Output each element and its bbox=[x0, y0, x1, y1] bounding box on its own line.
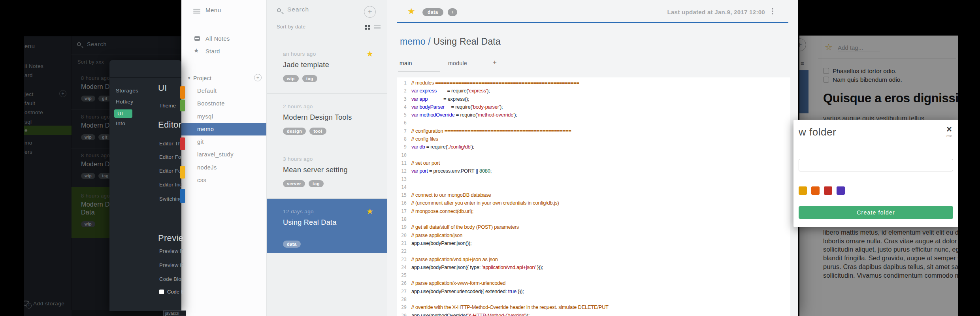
left-search-input[interactable]: Search bbox=[87, 41, 107, 47]
left-folder-selected[interactable]: e bbox=[24, 126, 72, 135]
checklist-item[interactable]: Phasellus id tortor odio. bbox=[823, 68, 902, 76]
code-block-checkbox-label: Code B bbox=[167, 289, 184, 295]
sort-by-label[interactable]: Sort by date bbox=[277, 24, 305, 30]
settings-nav-storages[interactable]: Storages bbox=[116, 88, 138, 94]
left-folder[interactable]: fault bbox=[24, 100, 36, 106]
left-folder[interactable]: mo bbox=[24, 140, 32, 146]
left-menu-label[interactable]: enu bbox=[24, 43, 35, 49]
settings-nav-ui[interactable]: UI bbox=[114, 109, 132, 118]
note-star-icon[interactable]: ★ bbox=[366, 207, 373, 216]
create-folder-button[interactable]: Create folder bbox=[799, 206, 953, 219]
folder-color-swatch[interactable] bbox=[824, 186, 832, 195]
color-swatch[interactable] bbox=[180, 86, 185, 99]
note-star-icon[interactable]: ★ bbox=[407, 6, 415, 17]
language-select[interactable]: javascri bbox=[163, 310, 186, 316]
search-input[interactable] bbox=[287, 6, 347, 13]
checkbox-icon[interactable] bbox=[823, 68, 829, 74]
tab-main[interactable]: main bbox=[400, 60, 412, 66]
close-icon[interactable]: × bbox=[943, 124, 955, 134]
settings-nav-hotkey[interactable]: Hotkey bbox=[116, 99, 133, 105]
settings-nav-info[interactable]: Info bbox=[116, 120, 125, 126]
grid-view-icon[interactable] bbox=[365, 25, 370, 30]
settings-item[interactable]: Editor Fo bbox=[159, 154, 181, 160]
main-sidebar: Menu All Notes ★ Stard ▼ Project + Defau… bbox=[181, 0, 267, 316]
line-number: 9 bbox=[397, 143, 407, 151]
left-folder[interactable]: ostnote bbox=[24, 109, 43, 115]
sidebar-item-starred[interactable]: Stard bbox=[205, 48, 220, 55]
note-tag-badge[interactable]: data bbox=[422, 8, 443, 16]
code-token: port bbox=[419, 168, 428, 174]
code-token: ); bbox=[514, 112, 517, 118]
sidebar-item-all-notes[interactable]: All Notes bbox=[205, 36, 230, 42]
tab-module[interactable]: module bbox=[448, 60, 467, 66]
code-line: 2var express = require('express'); bbox=[397, 87, 790, 95]
color-swatch[interactable] bbox=[180, 137, 185, 150]
sidebar-folder-css[interactable]: css bbox=[181, 174, 266, 186]
settings-item[interactable]: Editor Th bbox=[159, 141, 181, 147]
left-starred[interactable]: ard bbox=[24, 72, 33, 78]
folder-color-swatch[interactable] bbox=[811, 186, 820, 195]
project-header[interactable]: Project bbox=[193, 75, 211, 81]
color-swatch[interactable] bbox=[180, 189, 185, 203]
settings-item[interactable]: Preview F bbox=[159, 262, 183, 268]
code-token: 'body-parser' bbox=[472, 104, 500, 110]
note-card[interactable]: 12 days ago★Using Real Datadata bbox=[267, 199, 387, 253]
screen: enu ll Notes ard ject + faultostnotesqle… bbox=[0, 0, 980, 316]
settings-item[interactable]: Editor Fo bbox=[159, 168, 181, 174]
code-line: 11// set our port bbox=[397, 159, 790, 167]
right-add-tag-input[interactable] bbox=[838, 44, 880, 51]
hamburger-menu-icon[interactable] bbox=[193, 9, 200, 13]
add-tag-button[interactable]: + bbox=[448, 8, 457, 16]
dialog-close-button[interactable]: × esc bbox=[943, 124, 955, 138]
code-block-checkbox[interactable] bbox=[159, 290, 164, 294]
new-tab-button[interactable]: + bbox=[493, 58, 497, 66]
folder-name-input[interactable] bbox=[799, 159, 953, 171]
color-swatch[interactable] bbox=[180, 166, 185, 179]
sidebar-folder-nodeJs[interactable]: nodeJs bbox=[181, 161, 266, 174]
code-token: // set our port bbox=[411, 160, 440, 166]
note-card[interactable]: an hours ago★Jade templatewiptag bbox=[267, 41, 387, 94]
checkbox-icon[interactable] bbox=[823, 77, 829, 83]
right-new-note-icon[interactable]: + bbox=[799, 38, 806, 51]
left-folder[interactable]: sql bbox=[24, 119, 32, 125]
right-heading: Quisque a eros dignissim bbox=[823, 91, 958, 105]
right-star-icon[interactable]: ☆ bbox=[825, 42, 833, 53]
new-note-button[interactable]: + bbox=[364, 6, 376, 18]
chevron-down-icon[interactable]: ▼ bbox=[187, 76, 191, 80]
code-editor[interactable]: 1// modules ============================… bbox=[397, 77, 790, 316]
right-list-view-icon[interactable]: ≡ bbox=[801, 60, 804, 67]
sidebar-folder-Boostnote[interactable]: Boostnote bbox=[181, 97, 266, 110]
code-token: 'method-override' bbox=[477, 112, 514, 118]
settings-item[interactable]: Switching bbox=[159, 196, 182, 202]
left-add-folder-icon[interactable]: + bbox=[59, 90, 66, 97]
left-folder[interactable]: ers bbox=[24, 149, 32, 155]
left-project-header[interactable]: ject bbox=[24, 91, 34, 97]
left-sort-label[interactable]: Sort by xxx bbox=[77, 59, 104, 65]
settings-theme-label[interactable]: Theme bbox=[159, 103, 176, 109]
sidebar-folder-mysql[interactable]: mysql bbox=[181, 110, 266, 123]
checklist-item[interactable]: Nam quis bibendum odio. bbox=[823, 76, 902, 85]
settings-item[interactable]: Code Blo bbox=[159, 276, 181, 282]
note-card[interactable]: 2 hours agoModern Design Toolsdesigntool bbox=[267, 94, 387, 146]
note-star-icon[interactable]: ★ bbox=[366, 49, 373, 58]
settings-item[interactable]: Editor Ind bbox=[159, 182, 183, 188]
tag-badge: tool bbox=[309, 128, 326, 135]
settings-item[interactable]: Preview F bbox=[159, 248, 183, 254]
sidebar-folder-memo[interactable]: memo bbox=[181, 123, 266, 135]
folder-color-swatch[interactable] bbox=[837, 186, 845, 195]
add-folder-button[interactable]: + bbox=[254, 74, 262, 81]
code-line: 30app.use(methodOverride('X-HTTP-Method-… bbox=[397, 312, 790, 316]
note-time: 3 hours ago bbox=[283, 156, 375, 162]
note-card[interactable]: 3 hours agoMean server settingservertag bbox=[267, 146, 387, 199]
sidebar-folder-Default[interactable]: Default bbox=[181, 85, 266, 97]
left-all-notes[interactable]: ll Notes bbox=[24, 63, 43, 69]
list-view-icon[interactable] bbox=[374, 25, 381, 29]
kebab-menu-icon[interactable]: ⋮ bbox=[769, 7, 776, 15]
settings-header bbox=[109, 60, 181, 78]
color-swatch[interactable] bbox=[180, 100, 185, 111]
sidebar-folder-laravel_study[interactable]: laravel_study bbox=[181, 148, 266, 161]
folder-color-swatch[interactable] bbox=[799, 186, 807, 195]
breadcrumb-folder[interactable]: memo / bbox=[400, 36, 433, 47]
sidebar-folder-git[interactable]: git bbox=[181, 135, 266, 148]
menu-label[interactable]: Menu bbox=[205, 7, 221, 13]
